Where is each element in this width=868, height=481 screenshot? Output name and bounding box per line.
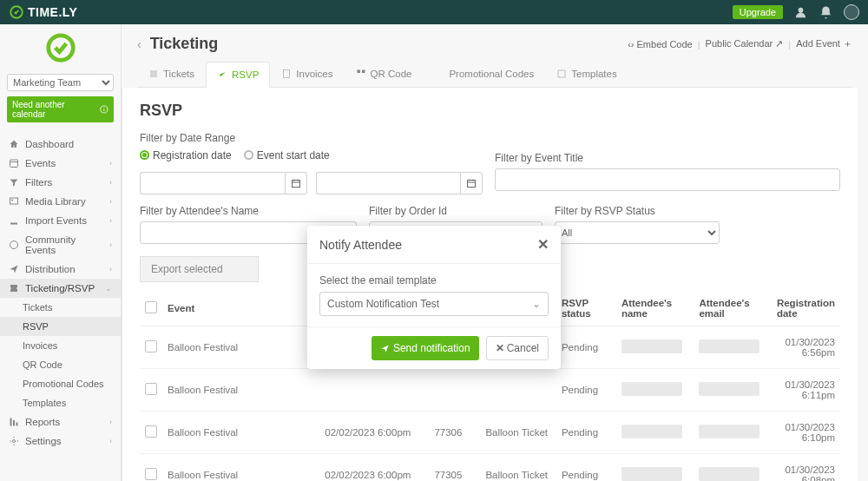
cancel-button[interactable]: ✕ Cancel [486, 336, 549, 360]
modal-label: Select the email template [319, 274, 437, 287]
notify-attendee-modal: Notify Attendee ✕ Select the email templ… [307, 226, 561, 369]
chevron-down-icon: ⌄ [532, 298, 541, 310]
send-icon [380, 344, 390, 353]
modal-overlay: Notify Attendee ✕ Select the email templ… [0, 0, 868, 481]
modal-title: Notify Attendee [319, 238, 402, 252]
email-template-select[interactable]: Custom Notification Test ⌄ [319, 292, 549, 316]
close-icon[interactable]: ✕ [537, 236, 549, 253]
send-notification-button[interactable]: Send notification [372, 336, 479, 360]
close-icon: ✕ [496, 342, 504, 354]
